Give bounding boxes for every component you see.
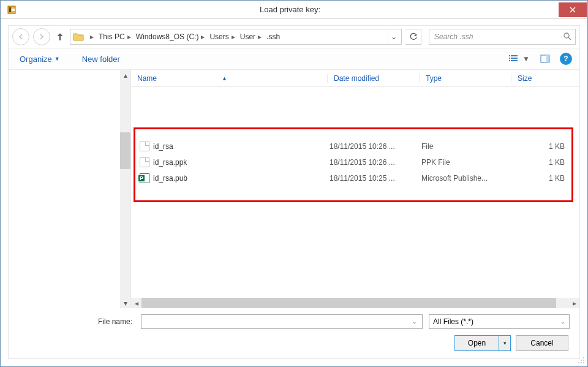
close-button[interactable] — [559, 2, 587, 17]
open-button[interactable]: Open — [454, 335, 499, 351]
breadcrumb-4[interactable]: .ssh — [265, 32, 281, 41]
svg-rect-2 — [12, 9, 15, 11]
filename-input[interactable] — [144, 317, 410, 327]
address-bar[interactable]: ▸ This PC▸ Windows8_OS (C:)▸ Users▸ User… — [70, 29, 402, 45]
column-date[interactable]: Date modified — [327, 74, 419, 83]
search-icon — [563, 32, 571, 42]
breadcrumb-3[interactable]: User▸ — [239, 32, 265, 41]
folder-tree-pane[interactable]: ▴ ▾ — [9, 70, 131, 308]
svg-rect-9 — [511, 60, 518, 61]
view-button[interactable] — [505, 51, 522, 66]
address-dropdown-icon[interactable]: ⌄ — [388, 29, 399, 44]
hscroll-thumb[interactable] — [141, 298, 556, 308]
column-name[interactable]: Name ▲ — [131, 74, 327, 83]
publisher-file-icon — [140, 173, 149, 183]
sort-asc-icon: ▲ — [222, 75, 227, 81]
titlebar: Load private key: — [1, 1, 587, 19]
view-dropdown-icon[interactable]: ▼ — [522, 51, 530, 66]
file-list-pane: Name ▲ Date modified Type Size id_rsa 18… — [131, 70, 579, 308]
breadcrumb-2[interactable]: Users▸ — [208, 32, 238, 41]
open-dropdown-button[interactable]: ▾ — [499, 335, 511, 351]
scroll-left-icon[interactable]: ◂ — [131, 298, 141, 308]
svg-rect-8 — [509, 60, 510, 61]
breadcrumb-sep-0: ▸ — [86, 32, 97, 41]
folder-icon — [73, 32, 84, 42]
file-list[interactable]: id_rsa 18/11/2015 10:26 ... File 1 KB id… — [131, 87, 579, 298]
new-folder-button[interactable]: New folder — [78, 52, 124, 66]
toolbar: Organize▼ New folder ▼ ? — [9, 48, 579, 70]
filename-combobox[interactable]: ⌄ — [141, 314, 423, 329]
back-button[interactable] — [12, 28, 29, 45]
svg-rect-5 — [511, 55, 518, 56]
svg-rect-7 — [511, 58, 518, 59]
search-box[interactable] — [429, 29, 576, 45]
tree-scrollbar[interactable]: ▴ ▾ — [120, 70, 130, 308]
search-input[interactable] — [433, 32, 563, 42]
scroll-up-icon[interactable]: ▴ — [120, 70, 130, 80]
scroll-right-icon[interactable]: ▸ — [569, 298, 579, 308]
svg-point-15 — [583, 357, 584, 358]
svg-rect-11 — [546, 55, 549, 62]
column-size[interactable]: Size — [511, 74, 579, 83]
filetype-combobox[interactable]: All Files (*.*) ⌄ — [429, 314, 570, 329]
forward-button[interactable] — [33, 28, 50, 45]
filename-row: File name: ⌄ All Files (*.*) ⌄ — [18, 314, 570, 329]
file-dialog-window: Load private key: ▸ This PC▸ Windows — [0, 0, 588, 367]
dialog-body: ▸ This PC▸ Windows8_OS (C:)▸ Users▸ User… — [8, 25, 580, 359]
svg-point-13 — [583, 360, 584, 361]
up-button[interactable] — [54, 29, 66, 44]
breadcrumb-1[interactable]: Windows8_OS (C:)▸ — [135, 32, 209, 41]
scroll-thumb[interactable] — [120, 132, 130, 169]
window-title: Load private key: — [21, 5, 559, 14]
horizontal-scrollbar[interactable]: ◂ ▸ — [131, 298, 579, 308]
breadcrumb-0[interactable]: This PC▸ — [97, 32, 135, 41]
file-icon — [140, 157, 149, 167]
file-row[interactable]: id_rsa.pub 18/11/2015 10:25 ... Microsof… — [136, 170, 575, 186]
refresh-button[interactable] — [405, 29, 421, 45]
help-button[interactable]: ? — [560, 53, 572, 65]
filename-label: File name: — [18, 317, 135, 326]
scroll-down-icon[interactable]: ▾ — [120, 298, 130, 308]
chevron-down-icon[interactable]: ⌄ — [560, 319, 565, 325]
svg-point-14 — [581, 362, 582, 363]
nav-row: ▸ This PC▸ Windows8_OS (C:)▸ Users▸ User… — [9, 26, 579, 48]
file-icon — [140, 142, 149, 151]
app-icon — [7, 5, 17, 15]
main-split: ▴ ▾ Name ▲ Date modified Type Size — [9, 70, 579, 308]
cancel-button[interactable]: Cancel — [516, 335, 568, 351]
svg-point-12 — [583, 362, 584, 363]
button-row: Open ▾ Cancel — [18, 335, 570, 351]
resize-grip-icon[interactable] — [578, 357, 585, 364]
svg-point-17 — [578, 362, 579, 363]
svg-point-16 — [581, 360, 582, 361]
svg-rect-6 — [509, 58, 510, 59]
bottom-panel: File name: ⌄ All Files (*.*) ⌄ Open ▾ Ca… — [9, 308, 579, 358]
svg-rect-1 — [9, 7, 11, 12]
organize-button[interactable]: Organize▼ — [16, 52, 64, 66]
chevron-down-icon[interactable]: ⌄ — [410, 319, 420, 325]
svg-rect-4 — [509, 55, 510, 56]
svg-point-3 — [564, 33, 569, 38]
file-row[interactable]: id_rsa.ppk 18/11/2015 10:26 ... PPK File… — [136, 154, 575, 170]
open-split-button: Open ▾ — [454, 335, 511, 351]
preview-pane-button[interactable] — [537, 51, 554, 66]
file-row[interactable]: id_rsa 18/11/2015 10:26 ... File 1 KB — [136, 138, 575, 154]
column-headers: Name ▲ Date modified Type Size — [131, 70, 579, 87]
column-type[interactable]: Type — [419, 74, 511, 83]
